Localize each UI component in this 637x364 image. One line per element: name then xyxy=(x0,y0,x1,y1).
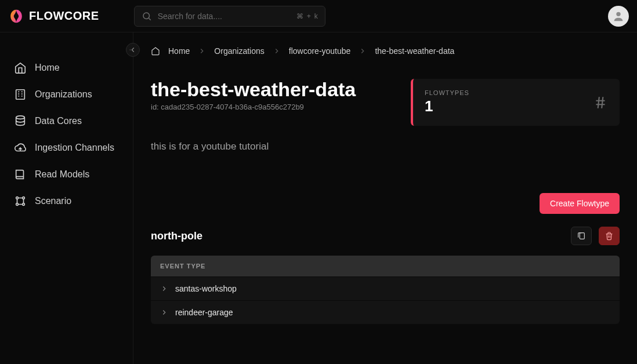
description: this is for a youtube tutorial xyxy=(151,141,620,152)
copy-button[interactable] xyxy=(571,227,592,245)
sidebar-item-ingestion[interactable]: Ingestion Channels xyxy=(8,134,125,161)
trash-icon xyxy=(605,231,614,241)
sidebar-item-datacores[interactable]: Data Cores xyxy=(8,108,125,134)
collapse-sidebar-button[interactable] xyxy=(126,43,140,57)
delete-button[interactable] xyxy=(599,227,620,245)
hash-icon xyxy=(593,95,608,110)
flowtype-header: north-pole xyxy=(151,227,620,245)
home-icon xyxy=(151,46,160,56)
table-header: EVENT TYPE xyxy=(151,256,620,276)
sidebar: Home Organizations Data Cores Ingestion … xyxy=(0,32,133,364)
search-input[interactable] xyxy=(158,12,291,21)
sidebar-item-readmodels[interactable]: Read Models xyxy=(8,161,125,188)
svg-point-1 xyxy=(616,12,620,16)
breadcrumb-org-name[interactable]: flowcore-youtube xyxy=(289,46,351,56)
user-icon xyxy=(612,10,625,23)
chevron-right-icon xyxy=(359,47,367,55)
database-icon xyxy=(14,115,27,128)
flowtypes-label: FLOWTYPES xyxy=(425,89,469,96)
main-content: Home Organizations flowcore-youtube the-… xyxy=(133,32,637,364)
svg-point-3 xyxy=(16,116,25,119)
flowtype-name: north-pole xyxy=(151,230,202,242)
search-box[interactable]: ⌘ + k xyxy=(134,6,325,27)
flowtypes-count: 1 xyxy=(425,97,469,115)
sidebar-item-organizations[interactable]: Organizations xyxy=(8,81,125,108)
create-flowtype-button[interactable]: Create Flowtype xyxy=(540,193,620,214)
chevron-right-icon xyxy=(273,47,281,55)
logo-text: FLOWCORE xyxy=(29,9,99,23)
search-icon xyxy=(142,11,152,21)
svg-rect-2 xyxy=(16,90,25,100)
sidebar-item-label: Ingestion Channels xyxy=(35,143,114,153)
table-row[interactable]: santas-workshop xyxy=(151,276,620,300)
sidebar-item-label: Organizations xyxy=(35,89,92,100)
chevron-right-icon xyxy=(160,285,168,293)
svg-rect-8 xyxy=(580,233,584,239)
svg-point-5 xyxy=(23,197,25,199)
sidebar-item-scenario[interactable]: Scenario xyxy=(8,188,125,214)
sidebar-item-label: Scenario xyxy=(35,196,71,206)
event-type-name: santas-workshop xyxy=(175,284,237,293)
table-row[interactable]: reindeer-garage xyxy=(151,300,620,324)
svg-point-6 xyxy=(16,203,19,206)
sidebar-item-home[interactable]: Home xyxy=(8,54,125,81)
header-row: the-best-weather-data id: cadad235-0287-… xyxy=(151,79,620,126)
sidebar-item-label: Read Models xyxy=(35,169,89,180)
nodes-icon xyxy=(14,195,27,208)
building-icon xyxy=(14,88,27,101)
event-type-name: reindeer-garage xyxy=(175,308,233,317)
search-shortcut: ⌘ + k xyxy=(296,12,318,20)
svg-point-4 xyxy=(16,197,19,199)
sidebar-item-label: Data Cores xyxy=(35,116,82,126)
id-line: id: cadad235-0287-4074-b36a-c9a556c272b9 xyxy=(151,103,388,111)
breadcrumb-organizations[interactable]: Organizations xyxy=(214,46,264,56)
logo-icon xyxy=(8,8,24,24)
page-title: the-best-weather-data xyxy=(151,79,388,100)
action-row: Create Flowtype xyxy=(151,193,620,214)
chevron-right-icon xyxy=(160,308,168,316)
flowtypes-card[interactable]: FLOWTYPES 1 xyxy=(411,79,620,126)
event-table: EVENT TYPE santas-workshop reindeer-gara… xyxy=(151,256,620,324)
chevron-right-icon xyxy=(198,47,206,55)
arrow-left-icon xyxy=(129,46,137,54)
avatar[interactable] xyxy=(608,6,629,27)
logo[interactable]: FLOWCORE xyxy=(8,8,99,24)
id-value: cadad235-0287-4074-b36a-c9a556c272b9 xyxy=(161,103,304,111)
svg-point-0 xyxy=(143,13,150,19)
upload-cloud-icon xyxy=(14,141,27,154)
breadcrumb-home[interactable]: Home xyxy=(168,46,190,56)
clipboard-icon xyxy=(577,231,586,241)
svg-point-7 xyxy=(23,203,25,206)
breadcrumb: Home Organizations flowcore-youtube the-… xyxy=(151,46,620,56)
breadcrumb-current[interactable]: the-best-weather-data xyxy=(375,46,454,56)
sidebar-item-label: Home xyxy=(35,63,60,73)
title-block: the-best-weather-data id: cadad235-0287-… xyxy=(151,79,388,126)
topbar: FLOWCORE ⌘ + k xyxy=(0,0,637,32)
home-icon xyxy=(14,61,27,74)
book-icon xyxy=(14,168,27,181)
